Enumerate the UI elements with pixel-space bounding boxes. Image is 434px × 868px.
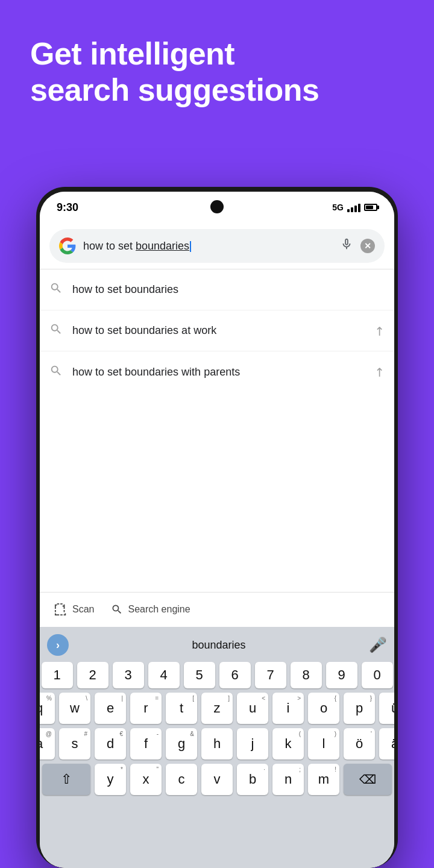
key-b[interactable]: ·b — [237, 764, 268, 795]
phone-screen: 9:30 5G how to set bound — [40, 192, 394, 868]
key-1[interactable]: 1 — [42, 662, 73, 688]
key-f[interactable]: -f — [130, 728, 162, 760]
suggestions-list: how to set boundaries how to set boundar… — [40, 269, 394, 392]
key-6[interactable]: 6 — [219, 662, 251, 688]
key-h[interactable]: h — [201, 728, 233, 760]
arrow-to-search-icon: ↗ — [371, 363, 388, 381]
key-k[interactable]: (k — [272, 728, 304, 760]
key-a[interactable]: @a — [40, 728, 55, 760]
suggestion-item[interactable]: how to set boundaries with parents ↗ — [40, 351, 394, 392]
key-8[interactable]: 8 — [291, 662, 322, 688]
hero-line1: Get intelligent — [30, 36, 404, 72]
suggestion-item[interactable]: how to set boundaries — [40, 269, 394, 310]
text-cursor — [190, 241, 191, 252]
prediction-word[interactable]: boundaries — [74, 639, 364, 652]
status-bar: 9:30 5G — [40, 192, 394, 223]
shift-key[interactable]: ⇧ — [42, 764, 90, 795]
key-e[interactable]: |e — [95, 693, 126, 724]
signal-bars — [347, 203, 360, 212]
asdf-row: @a #s €d -f &g h j (k )l 'ö ~ä — [42, 728, 392, 760]
clear-search-button[interactable]: ✕ — [360, 239, 375, 253]
key-w[interactable]: \w — [59, 693, 90, 724]
key-v[interactable]: v — [201, 764, 233, 795]
search-icon — [49, 364, 63, 380]
expand-predictions-button[interactable]: › — [47, 634, 69, 656]
suggestion-text: how to set boundaries — [72, 283, 385, 296]
status-time: 9:30 — [57, 201, 78, 214]
suggestion-text: how to set boundaries with parents — [72, 366, 365, 379]
number-row: 1 2 3 4 5 6 7 8 9 0 — [42, 662, 392, 688]
search-engine-button[interactable]: Search engine — [111, 603, 190, 615]
phone-mockup: 9:30 5G how to set bound — [36, 187, 398, 868]
key-r[interactable]: =r — [130, 693, 162, 724]
arrow-to-search-icon: ↗ — [371, 322, 388, 339]
scan-label: Scan — [72, 604, 94, 615]
key-d[interactable]: €d — [95, 728, 126, 760]
backspace-key[interactable]: ⌫ — [344, 764, 392, 795]
key-n[interactable]: ;n — [272, 764, 304, 795]
key-ue[interactable]: °ü — [379, 693, 394, 724]
key-x[interactable]: "x — [130, 764, 162, 795]
key-i[interactable]: >i — [272, 693, 304, 724]
status-icons: 5G — [332, 203, 377, 212]
key-oe[interactable]: 'ö — [344, 728, 375, 760]
mic-icon[interactable] — [340, 237, 353, 254]
key-c[interactable]: c — [166, 764, 197, 795]
suggestion-text: how to set boundaries at work — [72, 324, 365, 337]
key-ae[interactable]: ~ä — [379, 728, 394, 760]
search-input[interactable]: how to set boundaries — [83, 240, 333, 253]
key-t[interactable]: [t — [166, 693, 197, 724]
key-0[interactable]: 0 — [362, 662, 393, 688]
hero-text: Get intelligent search suggestions — [30, 36, 404, 108]
key-p[interactable]: }p — [344, 693, 375, 724]
key-o[interactable]: {o — [308, 693, 339, 724]
key-7[interactable]: 7 — [255, 662, 286, 688]
camera-notch — [210, 200, 224, 213]
keyboard-mic-icon[interactable]: 🎤 — [369, 637, 387, 653]
key-s[interactable]: #s — [59, 728, 90, 760]
key-4[interactable]: 4 — [148, 662, 180, 688]
key-z[interactable]: ]z — [201, 693, 233, 724]
key-q[interactable]: %q — [40, 693, 55, 724]
bottom-row: ⇧ *y "x c v ·b ;n !m ⌫ — [42, 764, 392, 795]
keyboard: › boundaries 🎤 1 2 3 4 5 6 7 8 9 0 %q \w — [40, 627, 394, 868]
hero-line2: search suggestions — [30, 72, 404, 108]
prediction-bar: › boundaries 🎤 — [42, 632, 392, 658]
browser-bottom-bar: Scan Search engine — [40, 592, 394, 626]
search-query-underlined: boundaries — [136, 240, 189, 252]
key-5[interactable]: 5 — [184, 662, 215, 688]
key-2[interactable]: 2 — [77, 662, 108, 688]
key-g[interactable]: &g — [166, 728, 197, 760]
search-icon — [49, 281, 63, 298]
key-3[interactable]: 3 — [113, 662, 144, 688]
key-y[interactable]: *y — [95, 764, 126, 795]
network-type: 5G — [332, 203, 344, 212]
search-icon — [49, 322, 63, 339]
search-query-static: how to set — [83, 240, 136, 252]
search-bar[interactable]: how to set boundaries ✕ — [49, 229, 385, 263]
key-j[interactable]: j — [237, 728, 268, 760]
battery-icon — [364, 204, 377, 211]
search-engine-label: Search engine — [128, 604, 190, 615]
key-9[interactable]: 9 — [326, 662, 357, 688]
key-u[interactable]: <u — [237, 693, 268, 724]
google-logo — [59, 237, 76, 254]
qwertz-row: %q \w |e =r [t ]z <u >i {o }p °ü — [42, 693, 392, 724]
suggestion-item[interactable]: how to set boundaries at work ↗ — [40, 310, 394, 351]
scan-button[interactable]: Scan — [54, 603, 94, 616]
key-l[interactable]: )l — [308, 728, 339, 760]
key-m[interactable]: !m — [308, 764, 339, 795]
